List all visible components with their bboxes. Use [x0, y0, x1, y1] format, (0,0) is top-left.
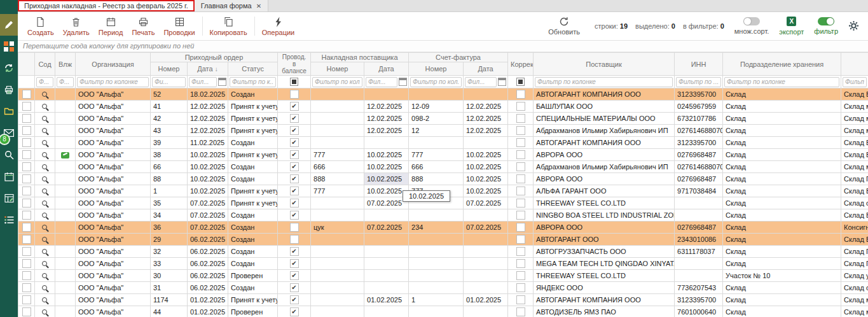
posted-checkbox[interactable]: ✔ [290, 247, 299, 256]
table-row[interactable]: ООО "Альфа"3306.02.2025Создан✔MEGA TEAM … [18, 258, 868, 270]
open-document-icon[interactable] [41, 285, 49, 292]
open-document-icon[interactable] [41, 115, 49, 123]
table-row[interactable]: ООО "Альфа"5218.02.2025СозданАВТОГАРАНТ … [18, 88, 868, 101]
open-document-icon[interactable] [41, 139, 49, 147]
filter-sod[interactable] [36, 77, 53, 87]
correction-checkbox[interactable] [516, 174, 525, 183]
mail-icon[interactable]: 8 [0, 122, 18, 144]
col-inv-date[interactable]: Дата [464, 62, 508, 76]
open-document-icon[interactable] [41, 151, 49, 159]
row-select-checkbox[interactable] [22, 174, 31, 183]
filter-si-number[interactable] [312, 77, 362, 87]
correction-checkbox[interactable] [516, 223, 525, 232]
table-row[interactable]: ООО "Альфа"4212.02.2025Принят к учету✔12… [18, 113, 868, 125]
filter-si-date[interactable] [366, 77, 397, 87]
posted-checkbox[interactable]: ✔ [290, 259, 299, 268]
table-row[interactable]: ООО "Альфа"2906.02.2025СозданАВТОГАРАНТ … [18, 234, 868, 246]
correction-checkbox[interactable] [516, 102, 525, 111]
correction-checkbox[interactable] [516, 138, 525, 147]
correction-checkbox[interactable] [516, 295, 525, 304]
open-document-icon[interactable] [41, 248, 49, 256]
posted-checkbox[interactable]: ✔ [290, 187, 299, 195]
table-row[interactable]: ООО "Альфа"3911.02.2025Создан✔АВТОГАРАНТ… [18, 137, 868, 149]
toggle-on-icon[interactable] [818, 17, 834, 25]
correction-checkbox[interactable] [516, 187, 525, 195]
print-button[interactable]: Печать [127, 15, 159, 38]
multisort-toggle[interactable]: множ.сорт. [734, 17, 769, 35]
open-document-icon[interactable] [41, 164, 49, 171]
filter-toggle[interactable]: фильтр [814, 17, 838, 35]
open-document-icon[interactable] [41, 297, 49, 304]
filter-inv-number[interactable] [410, 77, 462, 87]
row-select-checkbox[interactable] [22, 138, 31, 147]
calendar-icon[interactable] [399, 78, 407, 86]
table-row[interactable]: ООО "Альфа"3607.02.2025Созданцук07.02.20… [18, 222, 868, 234]
open-document-icon[interactable] [41, 176, 49, 183]
table-row[interactable]: ООО "Альфа"3407.02.2025Создан✔NINGBO BOA… [18, 209, 868, 222]
folder-icon[interactable] [0, 101, 18, 122]
open-document-icon[interactable] [41, 91, 49, 99]
tab-main-form[interactable]: Главная форма ✕ [195, 0, 268, 11]
col-organization[interactable]: Организация [76, 53, 151, 76]
open-document-icon[interactable] [41, 260, 49, 268]
print-icon[interactable] [0, 79, 18, 101]
posted-checkbox[interactable]: ✔ [290, 295, 299, 304]
period-button[interactable]: Период [94, 15, 128, 38]
copy-button[interactable]: Копировать [205, 15, 252, 38]
refresh-button[interactable]: Обновить [544, 15, 584, 37]
correction-checkbox[interactable] [516, 199, 525, 208]
posted-checkbox[interactable]: ✔ [290, 138, 299, 147]
row-select-checkbox[interactable] [22, 102, 31, 111]
open-document-icon[interactable] [41, 188, 49, 195]
correction-checkbox[interactable] [516, 162, 525, 171]
posted-checkbox[interactable] [290, 223, 299, 232]
toggle-off-icon[interactable] [743, 17, 760, 25]
tab-incoming-invoice-register[interactable]: Приходная накладная - Реестр за февраль … [18, 0, 195, 11]
filter-vlzh[interactable] [57, 77, 74, 87]
delete-button[interactable]: Удалить [59, 15, 94, 38]
correction-checkbox[interactable] [516, 90, 525, 99]
sync-icon[interactable] [0, 57, 18, 79]
col-sod[interactable]: Сод [35, 53, 55, 76]
table-row[interactable]: ООО "Альфа"8810.02.2025Создан✔88810.02.2… [18, 173, 868, 185]
row-select-checkbox[interactable] [22, 114, 31, 123]
posted-checkbox[interactable]: ✔ [290, 211, 299, 220]
table-row[interactable]: ООО "Альфа"3810.02.2025Принят к учету✔77… [18, 149, 868, 161]
operations-button[interactable]: Операции [258, 15, 299, 38]
calendar-sidebar-icon[interactable] [0, 166, 18, 187]
col-si-number[interactable]: Номер [311, 62, 364, 76]
row-select-checkbox[interactable] [22, 235, 31, 244]
row-select-checkbox[interactable] [22, 247, 31, 256]
col-inv-number[interactable]: Номер [409, 62, 464, 76]
table-row[interactable]: ООО "Альфа"3106.02.2025Создан✔ЯНДЕКС ООО… [18, 282, 868, 294]
correction-checkbox[interactable] [516, 211, 525, 220]
col-supplier[interactable]: Поставщик [534, 53, 675, 76]
filter-inv-date[interactable] [465, 77, 497, 87]
table-row[interactable]: ООО "Альфа"4112.02.2025Принят к учету✔12… [18, 101, 868, 113]
open-document-icon[interactable] [41, 224, 49, 232]
create-button[interactable]: Создать [23, 15, 59, 38]
correction-checkbox[interactable] [516, 126, 525, 135]
posted-checkbox[interactable]: ✔ [290, 307, 299, 316]
posted-checkbox[interactable] [290, 90, 299, 99]
close-icon[interactable]: ✕ [256, 3, 261, 10]
posted-checkbox[interactable] [290, 235, 299, 244]
correction-checkbox[interactable] [516, 259, 525, 268]
row-select-checkbox[interactable] [22, 223, 31, 232]
row-select-checkbox[interactable] [22, 295, 31, 304]
table-row[interactable]: ООО "Альфа"3206.02.2025Создан✔АВТОГРУЗЗА… [18, 246, 868, 258]
filter-posted-checkbox[interactable] [290, 78, 298, 86]
row-select-checkbox[interactable] [22, 150, 31, 159]
open-document-icon[interactable] [41, 103, 49, 111]
posted-checkbox[interactable]: ✔ [290, 102, 299, 111]
row-select-checkbox[interactable] [22, 187, 31, 195]
postings-button[interactable]: Проводки [159, 15, 199, 38]
open-document-icon[interactable] [41, 236, 49, 244]
calendar-icon[interactable] [498, 78, 506, 86]
posted-checkbox[interactable]: ✔ [290, 199, 299, 208]
row-select-checkbox[interactable] [22, 307, 31, 316]
open-document-icon[interactable] [41, 309, 49, 316]
open-document-icon[interactable] [41, 272, 49, 280]
filter-order-number[interactable] [152, 77, 186, 87]
correction-checkbox[interactable] [516, 271, 525, 280]
